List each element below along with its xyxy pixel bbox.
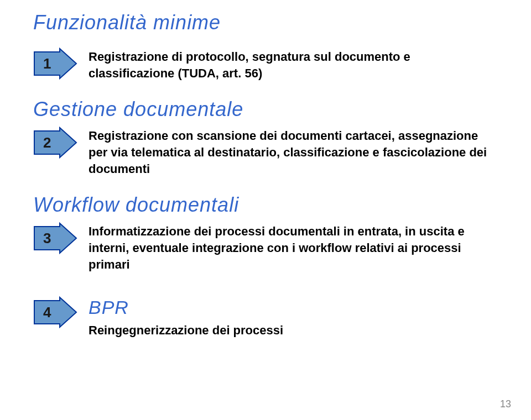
page-title: Funzionalità minime <box>33 11 498 34</box>
page-number: 13 <box>500 398 511 410</box>
item-1-desc: Registrazione di protocollo, segnatura s… <box>88 46 498 81</box>
svg-marker-3 <box>34 297 76 327</box>
arrow-number-3: 3 <box>43 230 51 247</box>
bpr-title: BPR <box>88 295 283 321</box>
item-4-row: 4 BPR Reingegnerizzazione dei processi <box>33 295 498 339</box>
arrow-icon <box>33 296 79 328</box>
item-2-row: 2 Registrazione con scansione dei docume… <box>33 125 498 177</box>
section-heading-workflow: Workflow documentali <box>33 193 498 217</box>
arrow-number-1: 1 <box>43 55 51 72</box>
arrow-icon <box>33 222 79 254</box>
section-heading-gestione: Gestione documentale <box>33 98 498 121</box>
arrow-block-4: 4 <box>33 296 79 328</box>
svg-marker-0 <box>34 49 76 78</box>
arrow-icon <box>33 127 79 159</box>
item-1-row: 1 Registrazione di protocollo, segnatura… <box>33 46 498 81</box>
item-2-desc: Registrazione con scansione dei document… <box>88 125 498 177</box>
item-4-block: BPR Reingegnerizzazione dei processi <box>88 295 283 339</box>
arrow-number-4: 4 <box>43 303 51 321</box>
arrow-number-2: 2 <box>43 134 51 151</box>
svg-marker-1 <box>34 128 76 158</box>
arrow-block-2: 2 <box>33 127 79 159</box>
arrow-block-1: 1 <box>33 48 79 80</box>
svg-marker-2 <box>34 223 76 253</box>
arrow-block-3: 3 <box>33 222 79 254</box>
item-3-row: 3 Informatizzazione dei processi documen… <box>33 221 498 272</box>
bpr-desc: Reingegnerizzazione dei processi <box>88 322 283 339</box>
item-3-desc: Informatizzazione dei processi documenta… <box>88 221 498 272</box>
arrow-icon <box>33 48 79 80</box>
